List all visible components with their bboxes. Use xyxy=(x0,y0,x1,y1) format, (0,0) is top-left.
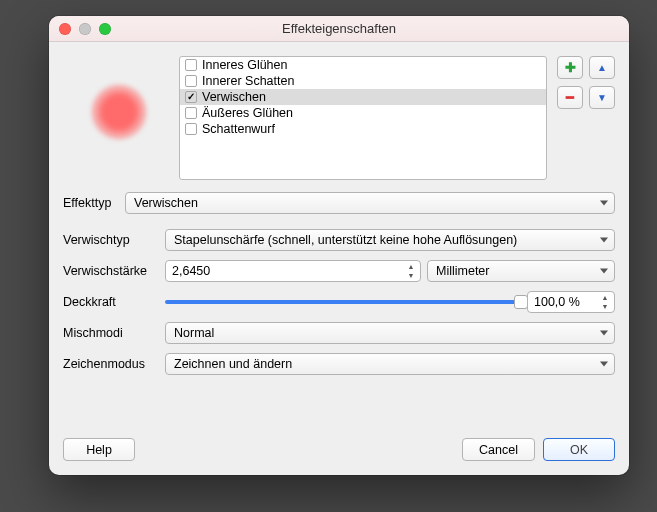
label-mischmodi: Mischmodi xyxy=(63,326,165,340)
effect-checkbox[interactable] xyxy=(185,59,197,71)
spin-up-icon[interactable]: ▲ xyxy=(598,293,612,302)
deckkraft-slider[interactable] xyxy=(165,300,521,304)
titlebar: Effekteigenschaften xyxy=(49,16,629,42)
effect-side-buttons: ✚ ▲ ━ ▼ xyxy=(557,56,615,109)
zoom-icon[interactable] xyxy=(99,23,111,35)
add-effect-button[interactable]: ✚ xyxy=(557,56,583,79)
effect-list[interactable]: Inneres GlühenInnerer SchattenVerwischen… xyxy=(179,56,547,180)
verwischstaerke-unit-select[interactable]: Millimeter xyxy=(427,260,615,282)
label-zeichenmodus: Zeichenmodus xyxy=(63,357,165,371)
label-deckkraft: Deckkraft xyxy=(63,295,165,309)
effect-row[interactable]: Schattenwurf xyxy=(180,121,546,137)
spin-down-icon[interactable]: ▼ xyxy=(404,271,418,280)
deckkraft-input[interactable]: ▲ ▼ xyxy=(527,291,615,313)
close-icon[interactable] xyxy=(59,23,71,35)
traffic-lights xyxy=(59,23,111,35)
preview-blob xyxy=(91,84,147,140)
effect-row[interactable]: Inneres Glühen xyxy=(180,57,546,73)
effekttyp-value: Verwischen xyxy=(134,196,198,210)
move-up-button[interactable]: ▲ xyxy=(589,56,615,79)
zeichenmodus-value: Zeichnen und ändern xyxy=(174,357,292,371)
help-button[interactable]: Help xyxy=(63,438,135,461)
effect-row[interactable]: Äußeres Glühen xyxy=(180,105,546,121)
spin-down-icon[interactable]: ▼ xyxy=(598,302,612,311)
spin-up-icon[interactable]: ▲ xyxy=(404,262,418,271)
verwischstaerke-unit-value: Millimeter xyxy=(436,264,489,278)
move-down-button[interactable]: ▼ xyxy=(589,86,615,109)
mischmodi-select[interactable]: Normal xyxy=(165,322,615,344)
effect-row[interactable]: Verwischen xyxy=(180,89,546,105)
plus-icon: ✚ xyxy=(565,60,576,75)
minus-icon: ━ xyxy=(566,90,574,105)
mischmodi-value: Normal xyxy=(174,326,214,340)
effekttyp-select[interactable]: Verwischen xyxy=(125,192,615,214)
slider-thumb[interactable] xyxy=(514,295,528,309)
effect-checkbox[interactable] xyxy=(185,123,197,135)
effect-label: Äußeres Glühen xyxy=(202,106,293,120)
triangle-down-icon: ▼ xyxy=(597,92,607,103)
triangle-up-icon: ▲ xyxy=(597,62,607,73)
verwischstaerke-input[interactable]: ▲ ▼ xyxy=(165,260,421,282)
verwischtyp-value: Stapelunschärfe (schnell, unterstützt ke… xyxy=(174,233,517,247)
effect-checkbox[interactable] xyxy=(185,75,197,87)
label-verwischtyp: Verwischtyp xyxy=(63,233,165,247)
effect-row[interactable]: Innerer Schatten xyxy=(180,73,546,89)
deckkraft-field[interactable] xyxy=(534,295,594,309)
zeichenmodus-select[interactable]: Zeichnen und ändern xyxy=(165,353,615,375)
effect-checkbox[interactable] xyxy=(185,91,197,103)
label-effekttyp: Effekttyp xyxy=(63,196,125,210)
minimize-icon xyxy=(79,23,91,35)
verwischtyp-select[interactable]: Stapelunschärfe (schnell, unterstützt ke… xyxy=(165,229,615,251)
effect-label: Schattenwurf xyxy=(202,122,275,136)
window-title: Effekteigenschaften xyxy=(282,21,396,36)
verwischstaerke-field[interactable] xyxy=(172,264,400,278)
effect-checkbox[interactable] xyxy=(185,107,197,119)
ok-button[interactable]: OK xyxy=(543,438,615,461)
effect-label: Verwischen xyxy=(202,90,266,104)
remove-effect-button[interactable]: ━ xyxy=(557,86,583,109)
effect-label: Inneres Glühen xyxy=(202,58,287,72)
label-verwischstaerke: Verwischstärke xyxy=(63,264,165,278)
dialog-window: Effekteigenschaften Inneres GlühenInnere… xyxy=(49,16,629,475)
effect-label: Innerer Schatten xyxy=(202,74,294,88)
cancel-button[interactable]: Cancel xyxy=(462,438,535,461)
effect-preview xyxy=(63,56,175,168)
